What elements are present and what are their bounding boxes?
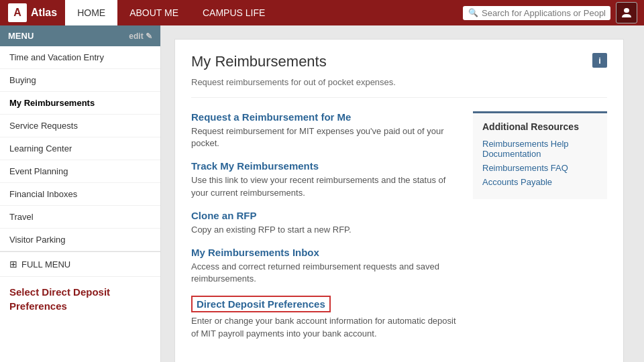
desc-reimbursements-inbox: Access and correct returned reimbursemen…: [191, 261, 460, 285]
sidebar-item-learning-center[interactable]: Learning Center: [0, 137, 160, 160]
resource-link-0[interactable]: Reimbursements Help Documentation: [482, 139, 598, 159]
top-navigation: A Atlas HOME ABOUT ME CAMPUS LIFE 🔍: [0, 0, 644, 25]
resources-title: Additional Resources: [482, 121, 598, 132]
logo-area[interactable]: A Atlas: [0, 0, 65, 25]
profile-icon[interactable]: [616, 2, 637, 23]
desc-request-reimbursement: Request reimbursement for MIT expenses y…: [191, 125, 460, 149]
section-request-reimbursement: Request a Reimbursement for Me Request r…: [191, 111, 460, 149]
page-subtitle: Request reimbursements for out of pocket…: [191, 77, 607, 98]
link-clone-rfp[interactable]: Clone an RFP: [191, 210, 460, 221]
logo-icon: A: [8, 3, 27, 22]
sidebar-item-service-requests[interactable]: Service Requests: [0, 115, 160, 137]
desc-clone-rfp: Copy an existing RFP to start a new RFP.: [191, 224, 460, 236]
content-card: My Reimbursements i Request reimbursemen…: [174, 39, 624, 362]
section-clone-rfp: Clone an RFP Copy an existing RFP to sta…: [191, 210, 460, 236]
nav-home[interactable]: HOME: [65, 0, 117, 25]
sidebar-item-visitor-parking[interactable]: Visitor Parking: [0, 229, 160, 251]
main-links: Request a Reimbursement for Me Request r…: [191, 111, 460, 351]
sidebar: MENU edit ✎ Time and Vacation Entry Buyi…: [0, 25, 161, 362]
sidebar-item-financial-inboxes[interactable]: Financial Inboxes: [0, 183, 160, 206]
sidebar-edit-button[interactable]: edit ✎: [129, 32, 152, 41]
grid-icon: ⊞: [9, 259, 17, 269]
sidebar-item-event-planning[interactable]: Event Planning: [0, 160, 160, 183]
nav-campus-life[interactable]: CAMPUS LIFE: [191, 0, 277, 25]
desc-track-reimbursements: Use this link to view your recent reimbu…: [191, 174, 460, 198]
link-reimbursements-inbox[interactable]: My Reimbursements Inbox: [191, 247, 460, 258]
page-title: My Reimbursements: [191, 53, 327, 70]
desc-direct-deposit: Enter or change your bank account inform…: [191, 315, 460, 339]
sidebar-item-buying[interactable]: Buying: [0, 69, 160, 92]
nav-about-me[interactable]: ABOUT ME: [117, 0, 191, 25]
main-layout: MENU edit ✎ Time and Vacation Entry Buyi…: [0, 25, 644, 362]
sidebar-item-my-reimbursements[interactable]: My Reimbursements: [0, 92, 160, 115]
logo-text: Atlas: [31, 7, 57, 19]
section-track-reimbursements: Track My Reimbursements Use this link to…: [191, 160, 460, 198]
sidebar-callout[interactable]: Select Direct Deposit Preferences: [0, 276, 160, 321]
nav-items: HOME ABOUT ME CAMPUS LIFE: [65, 0, 277, 25]
link-direct-deposit[interactable]: Direct Deposit Preferences: [191, 296, 331, 312]
search-input[interactable]: [482, 8, 605, 18]
resource-link-2[interactable]: Accounts Payable: [482, 177, 598, 187]
content-area: My Reimbursements i Request reimbursemen…: [161, 25, 644, 362]
section-direct-deposit: Direct Deposit Preferences Enter or chan…: [191, 296, 460, 339]
sidebar-item-travel[interactable]: Travel: [0, 206, 160, 229]
full-menu-button[interactable]: ⊞ FULL MENU: [0, 251, 160, 276]
section-reimbursements-inbox: My Reimbursements Inbox Access and corre…: [191, 247, 460, 285]
search-icon: 🔍: [468, 8, 478, 17]
resource-link-1[interactable]: Reimbursements FAQ: [482, 163, 598, 173]
link-track-reimbursements[interactable]: Track My Reimbursements: [191, 160, 460, 172]
full-menu-label: FULL MENU: [21, 259, 70, 269]
info-icon[interactable]: i: [592, 53, 607, 68]
page-title-row: My Reimbursements i: [191, 53, 607, 70]
sidebar-header: MENU edit ✎: [0, 25, 160, 46]
svg-rect-0: [624, 8, 629, 13]
sidebar-item-time-vacation[interactable]: Time and Vacation Entry: [0, 46, 160, 69]
search-area: 🔍: [463, 2, 644, 23]
resources-box: Additional Resources Reimbursements Help…: [473, 111, 607, 199]
search-box[interactable]: 🔍: [463, 6, 610, 20]
right-content: Request a Reimbursement for Me Request r…: [191, 111, 607, 351]
link-request-reimbursement[interactable]: Request a Reimbursement for Me: [191, 111, 460, 123]
additional-resources: Additional Resources Reimbursements Help…: [473, 111, 607, 351]
sidebar-menu-label: MENU: [8, 31, 34, 41]
